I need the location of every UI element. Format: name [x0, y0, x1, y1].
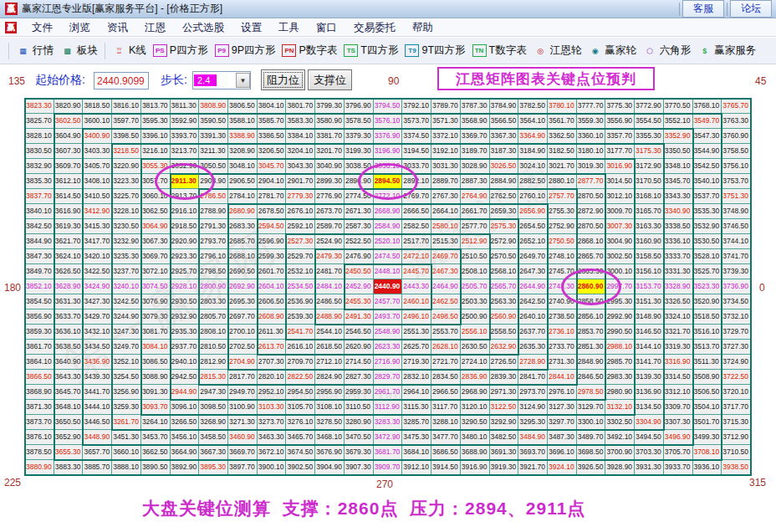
combo-dropdown-arrow-icon[interactable]: ▼ — [236, 73, 250, 88]
menu-item-窗口[interactable]: 窗口 — [308, 19, 345, 37]
grid-cell: 2584.90 — [374, 219, 403, 234]
grid-cell: 2541.70 — [286, 325, 315, 340]
grid-cell: 3679.30 — [345, 445, 374, 460]
grid-cell: 2798.50 — [199, 264, 228, 279]
grid-cell: 2752.90 — [548, 219, 577, 234]
menu-item-帮助[interactable]: 帮助 — [404, 19, 442, 37]
grid-cell: 3369.70 — [461, 129, 490, 144]
step-label: 步长: — [161, 73, 187, 88]
gann-price-square: 3823.303820.903818.503816.103813.703811.… — [25, 99, 751, 475]
menu-item-江恩[interactable]: 江恩 — [136, 19, 174, 37]
grid-cell: 3626.50 — [54, 264, 84, 279]
toolbar-item-六角形[interactable]: ⬡六角形 — [643, 43, 692, 58]
grid-cell: 2623.30 — [374, 340, 403, 355]
grid-cell: 3064.90 — [141, 219, 171, 234]
grid-cell: 2748.10 — [548, 249, 577, 264]
grid-cell: 2570.50 — [490, 249, 519, 264]
grid-cell: 3832.90 — [25, 159, 54, 174]
grid-cell: 2899.30 — [315, 174, 345, 189]
toolbar-item-P四方形[interactable]: PSP四方形 — [153, 43, 208, 58]
toolbar-item-行情[interactable]: ▦行情 — [16, 43, 54, 58]
grid-cell: 2930.50 — [171, 294, 200, 309]
toolbar-item-江恩轮[interactable]: ◎江恩轮 — [534, 43, 582, 58]
grid-cell: 3057.70 — [141, 174, 171, 189]
toolbar-item-9P四方形[interactable]: P99P四方形 — [215, 43, 276, 58]
menu-item-交易委托[interactable]: 交易委托 — [345, 19, 404, 37]
grid-cell: 2464.90 — [431, 279, 461, 294]
grid-cell: 3928.90 — [605, 460, 635, 475]
menu-item-设置[interactable]: 设置 — [232, 19, 270, 37]
menu-item-文件[interactable]: 文件 — [23, 19, 61, 37]
grid-cell: 3362.50 — [548, 129, 577, 144]
grid-cell: 2479.30 — [315, 249, 345, 264]
grid-cell: 3228.10 — [112, 204, 141, 219]
toolbar-item-板块[interactable]: ▩板块 — [60, 43, 98, 58]
toolbar-item-T四方形[interactable]: TST四方形 — [344, 43, 398, 58]
grid-cell: 3535.30 — [693, 204, 722, 219]
toolbar-item-T数字表[interactable]: TNT数字表 — [472, 43, 527, 58]
step-combobox[interactable]: 2.4 ▼ — [192, 71, 251, 90]
grid-cell-key-level: 2911.30 — [171, 174, 200, 189]
grid-cell: 2824.90 — [315, 370, 345, 385]
grid-cell: 2786.50 — [199, 189, 228, 204]
grid-cell: 3103.30 — [258, 400, 287, 415]
grid-cell: 2690.50 — [228, 264, 258, 279]
grid-cell-key-level: 2894.50 — [374, 174, 403, 189]
grid-cell: 3458.50 — [199, 430, 228, 445]
grid-cell: 3398.50 — [112, 129, 141, 144]
toolbar-item-赢家轮[interactable]: ◉赢家轮 — [588, 43, 636, 58]
grid-cell: 2673.70 — [315, 204, 345, 219]
grid-cell: 3031.30 — [431, 159, 461, 174]
toolbar-item-P数字表[interactable]: PNP数字表 — [282, 43, 337, 58]
grid-cell: 2474.50 — [374, 249, 403, 264]
menu-item-浏览[interactable]: 浏览 — [61, 19, 99, 37]
sector-blocks-icon: ▩ — [60, 44, 74, 57]
grid-cell: 3477.70 — [431, 430, 461, 445]
start-price-input[interactable] — [94, 72, 149, 90]
grid-cell: 3273.70 — [258, 415, 287, 430]
grid-cell: 3249.70 — [112, 340, 141, 355]
customer-service-button[interactable]: 客服 — [682, 0, 724, 18]
grid-cell: 2601.70 — [258, 264, 287, 279]
resistance-button[interactable]: 阻力位 — [261, 69, 305, 90]
grid-cell: 3590.50 — [199, 114, 228, 129]
grid-cell: 2928.10 — [171, 279, 200, 294]
grid-cell: 2829.70 — [374, 370, 403, 385]
grid-cell: 2448.10 — [374, 264, 403, 279]
grid-cell: 2445.70 — [402, 264, 431, 279]
grid-cell: 2606.50 — [258, 294, 287, 309]
toolbar-item-K线[interactable]: ♖K线 — [112, 43, 146, 58]
grid-cell: 3818.50 — [83, 99, 112, 114]
grid-cell: 3674.50 — [286, 445, 315, 460]
grid-cell: 3393.70 — [171, 129, 200, 144]
grid-cell: 3376.90 — [374, 129, 403, 144]
menu-item-公式选股[interactable]: 公式选股 — [174, 19, 232, 37]
grid-cell: 2868.10 — [577, 234, 606, 249]
grid-cell: 2544.10 — [315, 325, 345, 340]
menu-item-资讯[interactable]: 资讯 — [99, 19, 136, 37]
toolbar-separator — [105, 43, 105, 59]
menu-item-工具[interactable]: 工具 — [270, 19, 308, 37]
toolbar-item-赢家服务[interactable]: $赢家服务 — [697, 43, 756, 58]
grid-cell: 2942.50 — [171, 370, 200, 385]
grid-cell: 2704.90 — [228, 355, 258, 370]
grid-cell: 3703.30 — [635, 445, 664, 460]
support-button[interactable]: 支撑位 — [308, 69, 352, 90]
step-selected-value: 2.4 — [194, 74, 217, 86]
grid-cell: 3021.70 — [548, 159, 577, 174]
grid-cell: 3748.90 — [722, 204, 751, 219]
t-square-icon: TS — [344, 44, 358, 57]
grid-cell: 3643.30 — [54, 370, 84, 385]
grid-cell: 3823.30 — [25, 99, 54, 114]
grid-cell: 2932.90 — [171, 309, 200, 325]
grid-cell: 3568.90 — [461, 114, 490, 129]
grid-cell: 3799.30 — [315, 99, 345, 114]
grid-cell: 3866.50 — [25, 370, 54, 385]
grid-cell: 3388.90 — [228, 129, 258, 144]
grid-cell: 3600.10 — [83, 114, 112, 129]
forum-button[interactable]: 论坛 — [730, 0, 772, 18]
grid-cell: 2580.10 — [431, 219, 461, 234]
grid-cell: 2971.30 — [490, 385, 519, 400]
grid-cell: 2793.70 — [199, 234, 228, 249]
toolbar-item-9T四方形[interactable]: T99T四方形 — [405, 43, 465, 58]
